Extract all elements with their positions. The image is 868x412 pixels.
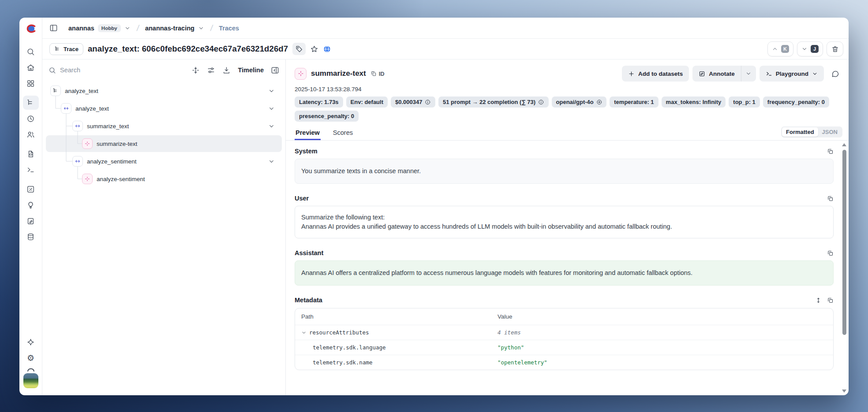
copy-icon[interactable]: [827, 250, 834, 256]
trash-icon: [831, 45, 839, 53]
user-message-text: Summarize the following text: Anannas AI…: [295, 206, 834, 238]
sidebar-item-playground[interactable]: [23, 163, 39, 177]
tree-node-generation-selected[interactable]: summarize-text: [46, 135, 282, 152]
search-input[interactable]: [60, 67, 113, 74]
assistant-message-section: Assistant Anannas AI offers a centralize…: [295, 249, 834, 286]
sidebar-item-home[interactable]: [23, 60, 39, 74]
tab-preview[interactable]: Preview: [295, 126, 321, 140]
copy-icon[interactable]: [827, 297, 834, 304]
prev-trace-button[interactable]: K: [767, 41, 793, 56]
annotate-split-button: Annotate: [692, 66, 756, 82]
detail-header: summarize-text ID Add to datasets Annota…: [286, 59, 849, 82]
tree-node-generation[interactable]: analyze-sentiment: [46, 171, 282, 187]
breadcrumb-org[interactable]: anannas: [68, 25, 94, 32]
comments-button[interactable]: [827, 66, 842, 82]
scroll-up-arrow[interactable]: [842, 143, 846, 146]
system-message-text: You summarize texts in a concise manner.: [295, 159, 834, 184]
tree-node-span[interactable]: analyze_text: [46, 100, 282, 117]
sidebar-item-evaluation[interactable]: [23, 182, 39, 196]
timeline-toggle[interactable]: Timeline: [238, 67, 264, 74]
collapse-panel-button[interactable]: [271, 66, 279, 74]
observation-tree-panel: Timeline analyze_text: [42, 59, 286, 395]
add-to-datasets-button[interactable]: Add to datasets: [622, 66, 689, 82]
preview-scroll-area: System You summarize texts in a concise …: [286, 141, 849, 395]
token-usage-badge[interactable]: 51 prompt → 22 completion (∑ 73): [438, 97, 549, 108]
model-badge[interactable]: openai/gpt-4o: [552, 97, 607, 108]
sidebar-toggle-button[interactable]: [49, 24, 58, 32]
tree-node-trace[interactable]: analyze_text: [46, 82, 282, 99]
panel-toggle-icon: [49, 24, 58, 32]
fold-vertical-icon: [191, 66, 200, 74]
view-formatted[interactable]: Formatted: [782, 127, 818, 137]
scrollbar-thumb[interactable]: [842, 150, 846, 335]
annotate-dropdown-button[interactable]: [741, 66, 756, 82]
profile-avatar[interactable]: [23, 373, 38, 388]
sidebar-item-prompts[interactable]: [23, 147, 39, 161]
copy-icon: [370, 71, 377, 77]
metadata-row[interactable]: resourceAttributes 4 items: [295, 325, 833, 340]
top-bar: anannas Hobby / anannas-tracing / Traces: [42, 18, 849, 39]
collapse-all-button[interactable]: [191, 66, 200, 74]
chevron-down-icon: [745, 71, 752, 77]
key-badge: J: [811, 45, 819, 53]
breadcrumb-section[interactable]: Traces: [219, 25, 239, 32]
sidebar-item-settings[interactable]: ⚙: [23, 351, 39, 365]
chevron-down-icon[interactable]: [198, 25, 204, 31]
chevron-down-icon[interactable]: [268, 158, 275, 165]
copy-id-button[interactable]: ID: [370, 71, 385, 77]
sidebar-item-upgrade[interactable]: [23, 335, 39, 349]
view-json[interactable]: JSON: [818, 127, 842, 137]
trace-header: Trace analyze_text: 606c0febc692ce34ec67…: [42, 39, 849, 59]
tab-scores[interactable]: Scores: [332, 126, 354, 140]
vertical-scrollbar: [841, 142, 847, 393]
scroll-down-arrow[interactable]: [842, 390, 846, 393]
copy-icon[interactable]: [827, 195, 834, 202]
tree-toolbar: Timeline: [42, 59, 285, 81]
tree-node-span[interactable]: summarize_text: [46, 118, 282, 134]
tree-icon: [54, 46, 61, 52]
system-message-section: System You summarize texts in a concise …: [295, 148, 834, 184]
download-button[interactable]: [222, 66, 231, 74]
observation-tree: analyze_text analyze_text summarize_text…: [42, 81, 285, 190]
tree-search: [49, 67, 184, 74]
public-share-button[interactable]: [323, 45, 331, 53]
filter-settings-button[interactable]: [207, 66, 215, 74]
tags-button[interactable]: [292, 43, 306, 55]
tree-node-span[interactable]: analyze_sentiment: [46, 153, 282, 170]
playground-button[interactable]: Playground: [760, 66, 824, 82]
bookmark-star-button[interactable]: [310, 45, 318, 53]
breadcrumb-project[interactable]: anannas-tracing: [145, 25, 195, 32]
cost-badge[interactable]: $0.000347: [391, 97, 435, 108]
sidebar-item-annotation[interactable]: [23, 214, 39, 228]
sidebar-item-insights[interactable]: [23, 198, 39, 212]
metadata-row: telemetry.sdk.language "python": [295, 340, 833, 355]
delete-trace-button[interactable]: [827, 41, 843, 56]
sidebar-item-datasets[interactable]: [23, 230, 39, 244]
annotate-button[interactable]: Annotate: [692, 66, 741, 82]
sidebar-item-search[interactable]: [23, 45, 39, 59]
scrollbar-track[interactable]: [841, 146, 847, 390]
metadata-row: telemetry.sdk.name "opentelemetry": [295, 355, 833, 370]
generation-icon: [82, 174, 93, 184]
chevron-down-icon[interactable]: [301, 330, 307, 335]
section-label: User: [295, 195, 309, 202]
chevron-down-icon: [801, 46, 808, 52]
expand-vertical-icon[interactable]: [815, 297, 822, 304]
chevron-down-icon[interactable]: [124, 25, 131, 31]
sidebar-item-dashboards[interactable]: [23, 76, 39, 90]
metadata-section: Metadata Path Value: [295, 297, 834, 370]
sidebar-item-tracing[interactable]: [23, 96, 39, 110]
next-trace-button[interactable]: J: [797, 41, 823, 56]
detail-tabs: Preview Scores Formatted JSON: [286, 126, 849, 141]
view-toggle: Formatted JSON: [781, 126, 842, 137]
chevron-down-icon[interactable]: [268, 105, 275, 112]
chevron-down-icon[interactable]: [268, 123, 275, 130]
tag-icon: [295, 45, 303, 53]
sidebar-item-sessions[interactable]: [23, 111, 39, 126]
trace-nav: K J: [767, 41, 843, 56]
chevron-down-icon[interactable]: [268, 88, 275, 94]
sidebar-item-users[interactable]: [23, 127, 39, 141]
copy-icon[interactable]: [827, 148, 834, 155]
plus-circle-icon: [596, 99, 602, 105]
frequency-penalty-badge: frequency_penalty: 0: [763, 97, 829, 108]
